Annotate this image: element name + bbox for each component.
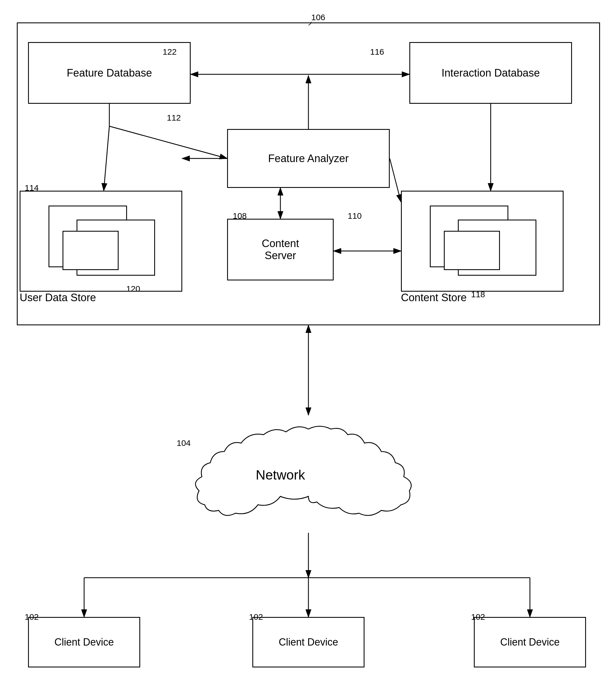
content-server-label: ContentServer <box>262 238 299 262</box>
content-store-nested-inner <box>444 231 500 270</box>
client-device-right: Client Device <box>474 617 586 667</box>
client-device-center: Client Device <box>252 617 364 667</box>
ref-106: 106 <box>311 13 325 22</box>
user-data-store-label: User Data Store <box>19 292 96 304</box>
feature-database-box: Feature Database <box>28 42 191 104</box>
feature-analyzer-box: Feature Analyzer <box>227 129 390 188</box>
feature-analyzer-label: Feature Analyzer <box>268 153 349 165</box>
interaction-database-box: Interaction Database <box>409 42 572 104</box>
content-store-label: Content Store <box>401 292 466 304</box>
client-device-left-label: Client Device <box>54 636 114 648</box>
user-data-nested-inner <box>62 231 118 270</box>
client-device-right-label: Client Device <box>500 636 560 648</box>
network-label: Network <box>256 467 305 482</box>
content-store-box <box>401 191 563 292</box>
content-server-box: ContentServer <box>227 219 334 280</box>
client-device-left: Client Device <box>28 617 140 667</box>
interaction-database-label: Interaction Database <box>442 67 540 79</box>
user-data-store-box <box>19 191 182 292</box>
feature-database-label: Feature Database <box>67 67 152 79</box>
network-cloud: Network <box>195 426 411 515</box>
ref-104: 104 <box>177 438 191 448</box>
client-device-center-label: Client Device <box>279 636 338 648</box>
